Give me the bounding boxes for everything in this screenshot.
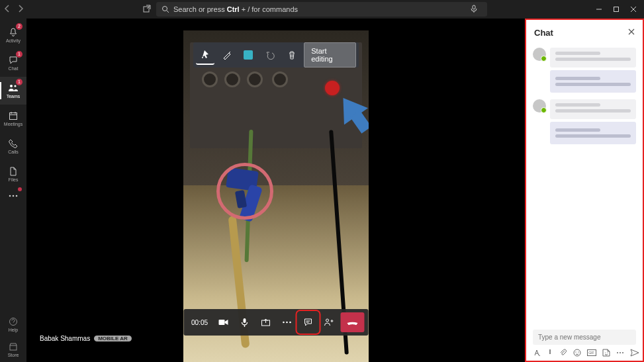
participant-name-tag: Babak Shammas MOBILE AR (40, 335, 132, 342)
svg-point-27 (617, 352, 618, 353)
annotation-circle (216, 163, 273, 220)
avatar (533, 99, 546, 113)
svg-point-8 (13, 195, 15, 197)
teams-badge: 1 (16, 79, 23, 85)
svg-point-29 (622, 352, 623, 353)
svg-point-21 (575, 351, 576, 352)
maximize-button[interactable] (608, 1, 624, 17)
svg-point-9 (16, 195, 18, 197)
store-icon (8, 341, 19, 352)
minimize-button[interactable] (591, 1, 607, 17)
title-bar: Search or press Ctrl + / for commands (0, 0, 644, 19)
rail-activity[interactable]: 2 Activity (0, 21, 26, 49)
svg-point-18 (289, 322, 291, 324)
svg-point-16 (283, 322, 285, 324)
call-controls: 00:05 (183, 309, 368, 336)
mic-icon[interactable] (470, 5, 482, 14)
avatar (533, 48, 546, 61)
svg-rect-3 (614, 7, 619, 12)
more-actions-button[interactable] (277, 312, 297, 332)
camera-button[interactable] (213, 312, 233, 332)
hangup-button[interactable] (340, 312, 364, 332)
nav-forward-icon[interactable] (17, 5, 24, 15)
participant-mode-badge: MOBILE AR (94, 336, 132, 341)
svg-rect-11 (10, 345, 17, 350)
color-picker-button[interactable] (239, 45, 258, 65)
composer-more-button[interactable] (616, 351, 624, 354)
start-editing-button[interactable]: Start editing (304, 42, 355, 68)
chat-message (533, 99, 636, 119)
app-rail: 2 Activity 1 Chat 1 Teams Meetings (0, 19, 26, 362)
rail-store[interactable]: Store (0, 337, 26, 362)
svg-point-26 (607, 352, 608, 353)
rail-meetings[interactable]: Meetings (0, 105, 26, 132)
send-button[interactable] (630, 349, 639, 357)
chat-message-self (550, 70, 636, 93)
help-icon (8, 316, 19, 327)
chat-message-self (550, 122, 636, 144)
chat-header: Chat (526, 20, 643, 45)
calendar-icon (8, 111, 19, 121)
activity-badge: 2 (16, 23, 23, 30)
pointer-tool-button[interactable] (196, 45, 215, 65)
svg-point-12 (202, 57, 203, 58)
sticker-button[interactable] (602, 349, 610, 357)
svg-point-25 (605, 352, 606, 353)
rail-chat[interactable]: 1 Chat (0, 49, 26, 77)
emoji-button[interactable] (573, 349, 581, 357)
undo-button[interactable] (261, 45, 280, 65)
attach-button[interactable] (559, 349, 567, 357)
rail-calls[interactable]: Calls (0, 132, 26, 160)
svg-point-4 (10, 85, 13, 87)
chat-messages (526, 45, 643, 324)
format-button[interactable] (533, 349, 541, 357)
svg-point-5 (14, 85, 16, 87)
rail-files[interactable]: Files (0, 160, 26, 188)
chat-composer: GIF (526, 324, 643, 361)
priority-button[interactable] (547, 349, 553, 357)
chat-message (533, 48, 636, 68)
color-swatch (244, 50, 253, 60)
svg-point-20 (574, 349, 580, 356)
compose-input[interactable] (533, 330, 636, 345)
chat-panel: Chat (525, 19, 644, 362)
svg-rect-13 (218, 320, 224, 325)
search-placeholder: Search or press Ctrl + / for commands (173, 5, 298, 13)
search-input[interactable]: Search or press Ctrl + / for commands (156, 2, 487, 17)
files-icon (8, 166, 19, 177)
svg-point-1 (163, 7, 167, 11)
popout-icon[interactable] (143, 5, 151, 15)
svg-point-7 (9, 195, 11, 197)
delete-annotation-button[interactable] (283, 45, 302, 65)
nav-back-icon[interactable] (4, 5, 11, 15)
svg-point-19 (326, 319, 328, 322)
gif-button[interactable]: GIF (587, 349, 596, 356)
people-button[interactable] (319, 312, 339, 332)
svg-rect-14 (243, 318, 246, 323)
chat-badge: 1 (16, 51, 23, 58)
rail-more[interactable] (0, 188, 26, 204)
svg-point-22 (578, 351, 578, 352)
annotation-toolbar: Start editing (193, 42, 359, 68)
svg-text:GIF: GIF (588, 351, 594, 355)
svg-rect-2 (473, 5, 475, 9)
rail-teams[interactable]: 1 Teams (0, 77, 26, 105)
call-duration: 00:05 (187, 319, 212, 326)
share-button[interactable] (255, 312, 275, 332)
mic-button[interactable] (234, 312, 254, 332)
more-icon (8, 191, 19, 201)
rail-help[interactable]: Help (0, 312, 26, 337)
svg-rect-6 (10, 113, 17, 120)
pen-tool-button[interactable] (217, 45, 236, 65)
search-icon (161, 5, 169, 13)
phone-icon (8, 138, 19, 149)
open-chat-button[interactable] (298, 312, 318, 332)
svg-point-17 (286, 322, 288, 324)
call-stage: Start editing 00:05 (26, 19, 525, 362)
close-chat-button[interactable] (628, 28, 635, 37)
participant-name: Babak Shammas (40, 335, 90, 342)
close-window-button[interactable] (625, 1, 641, 17)
svg-point-28 (620, 352, 621, 353)
chat-title: Chat (534, 28, 553, 38)
